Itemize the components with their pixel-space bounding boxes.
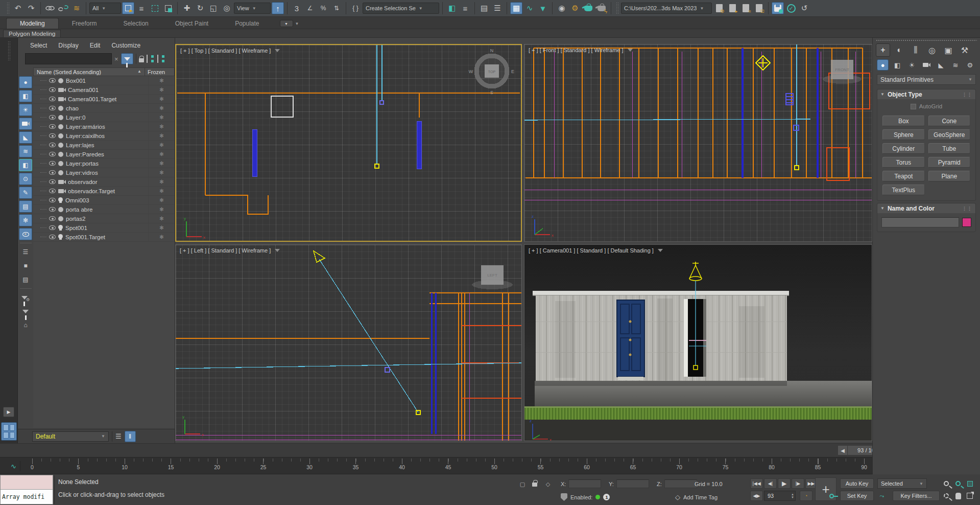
item-name[interactable]: observador [68,179,146,185]
funnel-icon[interactable] [275,49,280,52]
eye-icon[interactable] [49,124,56,129]
filter-geometry-button[interactable]: ● [19,76,32,88]
frozen-toggle[interactable]: ✻ [148,214,175,223]
list-item[interactable]: Layer:lajes✻ [33,141,175,150]
auto-key-button[interactable]: Auto Key [840,478,874,489]
item-name[interactable]: Layer:armários [66,124,146,130]
selection-lock-icon[interactable] [530,480,539,488]
list-item[interactable]: porta abre✻ [33,205,175,214]
eye-icon[interactable] [49,152,56,156]
item-name[interactable]: Layer:lajes [66,142,146,148]
listener-script-pane[interactable]: Array modifi [1,490,53,504]
frozen-toggle[interactable]: ✻ [148,122,175,131]
align-button[interactable]: ≡ [459,2,471,14]
item-name[interactable]: Spot001 [65,225,146,231]
zoom-icon[interactable] [941,478,951,489]
expand-tree-icon[interactable] [147,55,155,63]
filter-bones-button[interactable]: ✎ [19,187,32,199]
undo-button[interactable]: ↶ [12,2,24,14]
frozen-toggle[interactable]: ✻ [148,168,175,177]
tab-utilities[interactable]: ⚒ [958,43,972,57]
list-item[interactable]: portas2✻ [33,214,175,223]
rectangular-selection-region-button[interactable] [149,2,161,14]
geosphere-button[interactable]: GeoSphere [928,129,971,140]
toggle-layer-explorer-button[interactable]: ☰ [491,2,504,14]
list-item[interactable]: chao✻ [33,104,175,113]
cylinder-button[interactable]: Cylinder [882,143,925,154]
frozen-toggle[interactable]: ✻ [148,223,175,232]
plane-button[interactable]: Plane [928,171,971,181]
frozen-toggle[interactable]: ✻ [148,159,175,168]
select-and-move-button[interactable]: ✚ [181,2,193,14]
flyout-arrow-button[interactable]: ▶ [3,407,14,417]
mini-curve-editor-icon[interactable]: ∿ [7,461,20,471]
hierarchy-view-button[interactable]: ⫼ [125,431,136,442]
category-spacewarps[interactable]: ≋ [949,59,961,71]
dock-grip[interactable] [8,41,10,61]
item-name[interactable]: Spot001.Target [65,234,146,240]
scene-script-nodes-button[interactable]: ⊡ [753,2,765,14]
pyramid-button[interactable]: Pyramid [928,157,971,168]
select-object-button[interactable] [122,2,134,14]
category-helpers[interactable]: ◣ [935,59,947,71]
item-name[interactable]: Layer:vidros [66,170,146,176]
name-column-header[interactable]: Name (Sorted Ascending) ▲ [34,69,145,75]
reference-coordinate-system-dropdown[interactable]: View ▼ [234,3,271,14]
preset-dropdown[interactable]: Default ▼ [32,431,109,442]
schematic-view-button[interactable]: ▼ [537,2,549,14]
list-item[interactable]: observador✻ [33,177,175,187]
clear-search-icon[interactable]: × [114,55,118,63]
render-production-button[interactable]: ϟ [595,2,608,14]
z-field[interactable] [664,479,697,488]
funnel-icon[interactable] [628,49,633,52]
filter-helpers-button[interactable]: ◣ [19,131,32,144]
name-color-header[interactable]: ▼ Name and Color ⋮⋮ [877,203,975,213]
eye-icon[interactable] [49,225,56,230]
key-filters-button[interactable]: Key Filters... [893,491,940,501]
scene-script-run-button[interactable]: ⚙ [713,2,725,14]
list-item[interactable]: observador.Target✻ [33,187,175,196]
rendered-frame-window-button[interactable] [582,2,594,14]
viewport-top-label[interactable]: [ + ] [ Top ] [ Standard ] [ Wireframe ] [180,48,280,54]
category-shapes[interactable]: ◧ [891,59,903,71]
use-pivot-point-center-button[interactable]: ↑ [272,2,284,14]
category-cameras[interactable] [920,59,932,71]
spinner-snap-toggle[interactable]: ⇅ [330,2,343,14]
menu-edit[interactable]: Edit [90,42,101,49]
undo-history-icon[interactable]: ↺ [798,2,810,14]
toggle-ribbon-button[interactable]: ▦ [510,2,522,14]
eye-icon[interactable] [49,78,56,83]
funnel-icon[interactable] [658,249,663,252]
frozen-toggle[interactable]: ✻ [148,187,175,195]
item-name[interactable]: porta abre [66,206,146,213]
viewport-front-label[interactable]: [ + ] [ Front ] [ Standard ] [ Wireframe… [529,47,633,53]
absolute-offset-toggle[interactable]: ◇ [543,480,553,488]
tab-modify[interactable]: ◐ [892,43,906,57]
eye-icon[interactable] [49,207,56,212]
tab-create[interactable]: + [876,43,890,57]
lock-icon[interactable] [139,58,144,62]
percent-snap-toggle[interactable]: % [317,2,329,14]
tab-display[interactable]: ▣ [941,43,955,57]
tab-hierarchy[interactable]: ⫼ [909,43,923,57]
select-and-place-button[interactable]: ◎ [221,2,233,14]
save-file-button[interactable] [772,2,784,14]
maximize-viewport-toggle[interactable] [965,491,975,501]
list-item[interactable]: Layer:armários✻ [33,122,175,131]
filter-frozen-button[interactable]: ✻ [19,214,32,226]
eye-icon[interactable] [49,87,56,92]
key-filter-icon[interactable]: ⤳ [877,492,887,500]
frozen-toggle[interactable]: ✻ [148,150,175,158]
zoom-extents-icon[interactable] [965,478,975,489]
category-lights[interactable]: ☀ [906,59,918,71]
menu-display[interactable]: Display [58,42,78,49]
track-bar[interactable]: ∿ 0 5 10 15 20 25 30 35 40 45 50 55 60 6… [0,457,980,474]
tab-selection[interactable]: Selection [110,18,161,29]
frozen-toggle[interactable]: ✻ [148,113,175,122]
viewport-layout-tab[interactable] [1,422,17,441]
snaps-toggle-3d[interactable]: 3 [291,2,303,14]
go-to-start-button[interactable]: |◀◀ [750,478,763,489]
select-and-rotate-button[interactable]: ↻ [194,2,206,14]
frozen-toggle[interactable]: ✻ [148,205,175,214]
cone-button[interactable]: Cone [928,116,971,126]
